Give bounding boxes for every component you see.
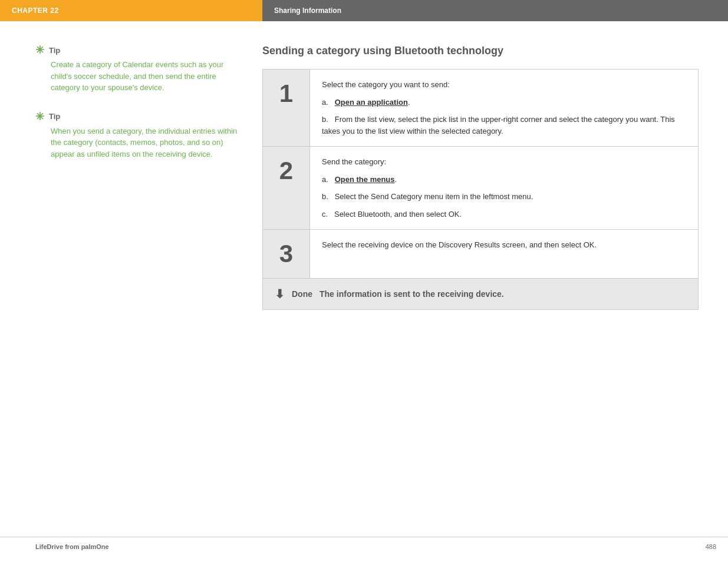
section-title-area: Sharing Information (262, 0, 728, 21)
main-content: Sending a category using Bluetooth techn… (262, 45, 728, 310)
tip-2-asterisk-icon: ✳ (35, 111, 44, 122)
step-2-sub-a-suffix: . (395, 175, 397, 184)
done-cell: ⬇ Done The information is sent to the re… (263, 279, 699, 310)
chapter-label-area: CHAPTER 22 (0, 0, 262, 21)
chapter-label: CHAPTER 22 (12, 6, 59, 15)
step-3-row: 3 Select the receiving device on the Dis… (263, 230, 699, 279)
step-3-number: 3 (279, 240, 293, 267)
tip-2-header: ✳ Tip (35, 111, 245, 122)
step-2-sub-b-text: Select the Send Category menu item in th… (335, 192, 533, 201)
step-3-number-cell: 3 (263, 230, 310, 279)
step-1-sub-a-label: a. (322, 98, 328, 107)
steps-table: 1 Select the category you want to send: … (262, 69, 699, 310)
tip-1-asterisk-icon: ✳ (35, 45, 44, 55)
page-footer: LifeDrive from palmOne 488 (0, 537, 728, 550)
step-1-number: 1 (279, 80, 293, 107)
sidebar: ✳ Tip Create a category of Calendar even… (0, 45, 262, 310)
step-3-content: Select the receiving device on the Disco… (310, 230, 699, 279)
step-1-row: 1 Select the category you want to send: … (263, 70, 699, 147)
step-1-intro: Select the category you want to send: (322, 79, 686, 91)
step-2-sub-b: b. Select the Send Category menu item in… (322, 191, 686, 203)
step-2-number: 2 (279, 157, 293, 184)
step-2-open-menus-link[interactable]: Open the menus (335, 175, 395, 184)
footer-page-number: 488 (706, 543, 716, 550)
step-2-intro: Send the category: (322, 156, 686, 168)
tip-1-text: Create a category of Calendar events suc… (35, 59, 245, 94)
step-1-sub-b-text: From the list view, select the pick list… (322, 115, 675, 135)
step-2-sub-c-text: Select Bluetooth, and then select OK. (334, 210, 462, 219)
step-1-content: Select the category you want to send: a.… (310, 70, 699, 147)
step-2-sub-c: c. Select Bluetooth, and then select OK. (322, 209, 686, 220)
done-icon: ⬇ (275, 287, 285, 301)
step-2-number-cell: 2 (263, 147, 310, 230)
footer-brand: LifeDrive from palmOne (35, 543, 109, 550)
tip-1-label: Tip (49, 46, 60, 55)
tip-2: ✳ Tip When you send a category, the indi… (35, 111, 245, 160)
step-1-sub-b: b. From the list view, select the pick l… (322, 114, 686, 137)
step-2-sub-c-label: c. (322, 210, 328, 219)
done-content: ⬇ Done The information is sent to the re… (275, 287, 686, 301)
step-1-sub-a-suffix: . (408, 98, 410, 107)
step-1-sub-b-label: b. (322, 115, 328, 124)
section-title: Sharing Information (274, 6, 341, 15)
done-row: ⬇ Done The information is sent to the re… (263, 279, 699, 310)
step-2-sub-a-label: a. (322, 175, 328, 184)
step-2-row: 2 Send the category: a. Open the menus. … (263, 147, 699, 230)
step-3-text: Select the receiving device on the Disco… (322, 239, 686, 251)
tip-2-text: When you send a category, the individual… (35, 125, 245, 160)
done-text: The information is sent to the receiving… (319, 289, 504, 299)
done-label: Done (292, 289, 312, 299)
step-1-number-cell: 1 (263, 70, 310, 147)
tip-2-label: Tip (49, 112, 60, 121)
page-content: ✳ Tip Create a category of Calendar even… (0, 21, 728, 333)
step-2-content: Send the category: a. Open the menus. b.… (310, 147, 699, 230)
tip-1: ✳ Tip Create a category of Calendar even… (35, 45, 245, 94)
main-section-title: Sending a category using Bluetooth techn… (262, 45, 699, 57)
page-header: CHAPTER 22 Sharing Information (0, 0, 728, 21)
tip-1-header: ✳ Tip (35, 45, 245, 55)
step-2-sub-a: a. Open the menus. (322, 174, 686, 186)
step-1-sub-a: a. Open an application. (322, 97, 686, 108)
step-2-sub-b-label: b. (322, 192, 328, 201)
step-1-open-application-link[interactable]: Open an application (335, 98, 408, 107)
